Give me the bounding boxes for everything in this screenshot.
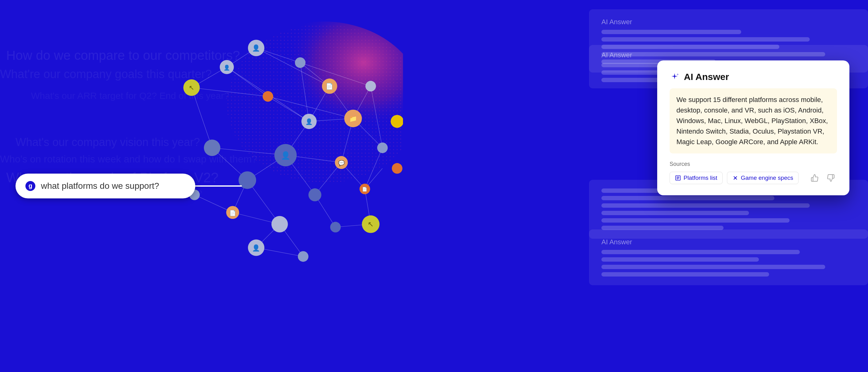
sources-row: Platforms list Game engine specs [670,172,837,184]
ai-answer-title: AI Answer [684,72,729,82]
svg-text:👤: 👤 [252,44,260,52]
sparkle-icon [670,72,680,82]
svg-point-72 [272,216,288,232]
svg-text:👤: 👤 [281,151,290,160]
svg-point-73 [330,222,341,232]
svg-text:g: g [29,182,32,189]
ai-answer-body: We support 15 different platforms across… [670,88,837,153]
thumbs-up-button[interactable] [808,172,821,184]
svg-point-78 [298,251,308,261]
svg-line-41 [192,88,212,148]
source-label-1: Platforms list [684,175,717,181]
ai-label-1: AI Answer [601,18,856,26]
svg-point-66 [308,188,321,202]
svg-point-79 [391,115,403,128]
feedback-buttons [808,172,837,184]
svg-text:↖: ↖ [189,84,194,91]
search-input-value: what platforms do we support? [41,181,186,191]
search-bar[interactable]: g what platforms do we support? [16,174,195,198]
ai-answer-header: AI Answer [670,72,837,82]
ai-label-2: AI Answer [601,51,856,59]
thumbs-down-button[interactable] [825,172,837,184]
svg-point-60 [204,140,220,156]
svg-point-56 [366,81,376,91]
ai-label-4: AI Answer [601,238,856,246]
svg-text:👤: 👤 [252,244,260,252]
search-area: g what platforms do we support? [16,174,195,198]
svg-text:📄: 📄 [326,83,333,90]
svg-point-53 [262,91,273,102]
source-chip-platforms[interactable]: Platforms list [670,172,723,184]
svg-text:👤: 👤 [223,64,230,71]
ai-answer-card: AI Answer We support 15 different platfo… [657,60,849,195]
guru-logo-icon: g [25,180,36,192]
svg-text:↖: ↖ [368,220,374,228]
svg-text:📄: 📄 [362,187,367,192]
list-icon [675,175,681,181]
svg-text:💬: 💬 [338,160,345,166]
svg-point-80 [392,163,402,174]
svg-text:👤: 👤 [305,118,313,125]
ai-panel-4: AI Answer [589,229,868,285]
source-label-2: Game engine specs [741,175,793,181]
svg-point-59 [377,143,388,153]
svg-text:📄: 📄 [229,210,236,216]
sources-label: Sources [670,161,837,167]
svg-text:📁: 📁 [349,115,358,123]
cross-icon [732,175,738,181]
svg-point-48 [295,57,305,68]
source-chip-gameengine[interactable]: Game engine specs [727,172,799,184]
